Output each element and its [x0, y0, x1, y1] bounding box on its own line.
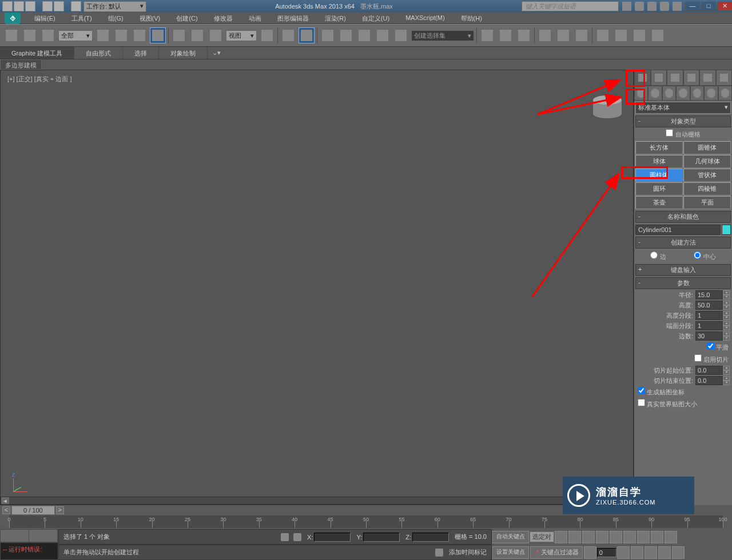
curve-editor-icon[interactable] [537, 27, 553, 43]
object-color-swatch[interactable] [722, 225, 731, 235]
viewport[interactable]: [+] [正交] [真实 + 边面 ] ◂▸ [0, 70, 634, 505]
menu-tools[interactable]: 工具(T) [63, 13, 100, 23]
hierarchy-tab-icon[interactable] [667, 70, 683, 86]
move-icon[interactable] [171, 27, 187, 43]
set-key-button[interactable]: 设置关键点 [492, 546, 529, 559]
ribbon-tab-freeform[interactable]: 自由形式 [74, 47, 123, 59]
smooth-checkbox[interactable]: 平滑 [707, 342, 729, 352]
redo-icon[interactable] [54, 1, 64, 11]
menu-grapheditors[interactable]: 图形编辑器 [269, 13, 317, 23]
search-icon[interactable] [622, 2, 631, 11]
nav-walk-icon[interactable] [645, 546, 657, 559]
layers-icon[interactable] [516, 27, 532, 43]
time-tag-icon[interactable] [435, 549, 443, 557]
bind-spacewarp-icon[interactable] [40, 27, 56, 43]
percent-snap-icon[interactable] [356, 27, 372, 43]
ribbon-minimize-icon[interactable]: ⌄▾ [208, 47, 225, 59]
subscription-icon[interactable] [635, 2, 644, 11]
ribbon-panel-polymodeling[interactable]: 多边形建模 [0, 59, 42, 70]
undo-icon[interactable] [42, 1, 53, 11]
pivot-icon[interactable] [259, 27, 275, 43]
ribbon-tab-graphite[interactable]: Graphite 建模工具 [0, 47, 74, 59]
subcategory-dropdown[interactable]: 标准基本体▾ [635, 102, 731, 114]
viewport-label[interactable]: [+] [正交] [真实 + 边面 ] [7, 75, 71, 83]
nav-zoomall-icon[interactable] [637, 531, 650, 543]
nav-pan-icon[interactable] [631, 546, 643, 559]
unlink-icon[interactable] [22, 27, 38, 43]
absolute-relative-icon[interactable] [293, 533, 301, 541]
object-type-圆锥体[interactable]: 圆锥体 [683, 141, 731, 154]
key-filters-button[interactable]: ↗ 关键点过滤器 [530, 546, 583, 559]
selection-filter-dropdown[interactable]: 全部▾ [58, 30, 93, 41]
link-icon[interactable] [71, 1, 81, 11]
schematic-view-icon[interactable] [555, 27, 571, 43]
spinner-snap-icon[interactable] [375, 27, 391, 43]
align-icon[interactable] [498, 27, 514, 43]
render-production-icon[interactable] [650, 27, 666, 43]
autogrid-checkbox[interactable]: 自动栅格 [666, 131, 700, 138]
key-mode-dropdown[interactable]: 选定对 [530, 531, 554, 542]
nav-orbit-icon[interactable] [658, 546, 671, 559]
scale-icon[interactable] [208, 27, 224, 43]
menu-help[interactable]: 帮助(H) [453, 13, 490, 23]
viewport-object-cylinder[interactable] [593, 95, 622, 121]
helpers-category-icon[interactable] [690, 86, 704, 101]
play-icon[interactable] [582, 531, 595, 543]
time-slider-next[interactable]: > [56, 506, 64, 514]
select-region-icon[interactable] [132, 27, 148, 43]
keyboard-shortcut-icon[interactable] [299, 27, 315, 43]
create-tab-icon[interactable] [634, 70, 651, 86]
sides-input[interactable] [695, 331, 723, 341]
rollout-name-color[interactable]: -名称和颜色 [635, 211, 731, 223]
object-type-球体[interactable]: 球体 [635, 155, 683, 168]
select-icon[interactable] [95, 27, 111, 43]
goto-end-icon[interactable] [610, 531, 622, 543]
spacewarps-category-icon[interactable] [704, 86, 718, 101]
menu-animation[interactable]: 动画 [241, 13, 269, 23]
edit-named-sel-icon[interactable] [393, 27, 409, 43]
object-type-圆柱体[interactable]: 圆柱体 [635, 169, 683, 182]
radius-input[interactable] [695, 290, 723, 299]
object-type-几何球体[interactable]: 几何球体 [683, 155, 731, 168]
render-frame-icon[interactable] [613, 27, 629, 43]
object-name-input[interactable] [635, 225, 721, 235]
nav-maximize-icon[interactable] [672, 546, 685, 559]
render-icon[interactable] [631, 27, 647, 43]
material-editor-icon[interactable] [574, 27, 590, 43]
select-name-icon[interactable] [113, 27, 129, 43]
menu-customize[interactable]: 自定义(U) [354, 13, 397, 23]
minimize-button[interactable]: ― [685, 2, 700, 11]
lights-category-icon[interactable] [662, 86, 676, 101]
slice-on-checkbox[interactable]: 启用切片 [694, 354, 729, 364]
coord-y-input[interactable] [363, 533, 400, 542]
radio-edge[interactable]: 边 [650, 251, 666, 261]
menu-maxscript[interactable]: MAXScript(M) [397, 13, 452, 23]
prev-frame-icon[interactable] [568, 531, 581, 543]
display-tab-icon[interactable] [699, 70, 716, 86]
save-icon[interactable] [25, 1, 35, 11]
realworld-checkbox[interactable]: 真实世界贴图大小 [638, 399, 697, 409]
key-mode-icon[interactable] [584, 546, 596, 559]
object-type-四棱锥[interactable]: 四棱锥 [683, 182, 731, 195]
slicefrom-input[interactable] [695, 366, 723, 375]
gen-uv-checkbox[interactable]: 生成贴图坐标 [638, 387, 685, 397]
rotate-icon[interactable] [189, 27, 205, 43]
cameras-category-icon[interactable] [676, 86, 690, 101]
application-button[interactable]: ⯑ [5, 13, 21, 24]
rollout-creation-method[interactable]: -创建方法 [635, 237, 731, 249]
height-input[interactable] [695, 301, 723, 310]
object-type-圆环[interactable]: 圆环 [635, 182, 683, 195]
maximize-button[interactable]: □ [701, 2, 716, 11]
help-icon[interactable] [673, 2, 682, 11]
time-slider[interactable]: 0 / 100 [11, 506, 55, 515]
named-selection-dropdown[interactable]: 创建选择集▾ [411, 30, 474, 41]
nav-zoom-icon[interactable] [623, 531, 636, 543]
capsegs-input[interactable] [695, 321, 723, 330]
new-icon[interactable] [2, 1, 13, 11]
menu-views[interactable]: 视图(V) [132, 13, 169, 23]
utilities-tab-icon[interactable] [716, 70, 733, 86]
time-slider-prev[interactable]: < [2, 506, 10, 514]
rollout-object-type[interactable]: -对象类型 [635, 115, 731, 127]
goto-start-icon[interactable] [555, 531, 567, 543]
ribbon-tab-selection[interactable]: 选择 [123, 47, 159, 59]
